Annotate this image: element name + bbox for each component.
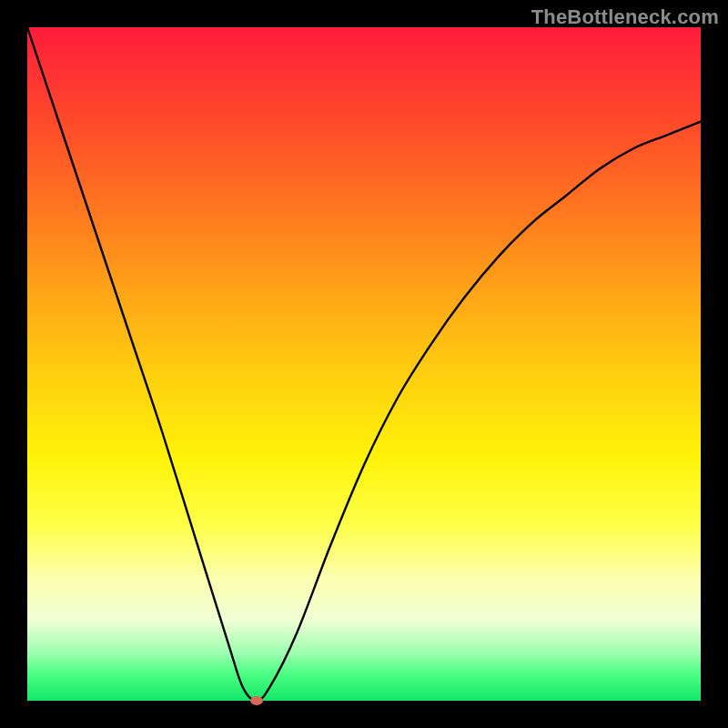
chart-container: TheBottleneck.com bbox=[0, 0, 728, 728]
bottleneck-marker bbox=[250, 696, 263, 705]
plot-area bbox=[27, 27, 701, 701]
watermark-text: TheBottleneck.com bbox=[531, 5, 719, 29]
bottleneck-curve bbox=[27, 27, 701, 701]
